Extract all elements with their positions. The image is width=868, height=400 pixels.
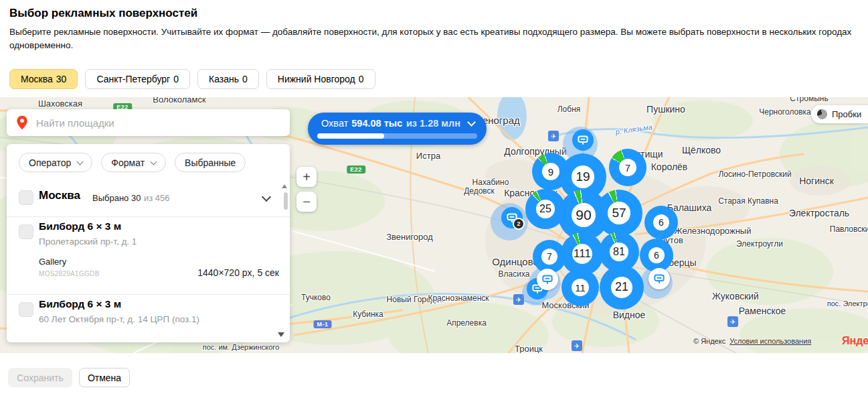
item-checkbox[interactable] <box>19 224 33 239</box>
map-label: Апрелевка <box>446 318 487 328</box>
tab-kazan[interactable]: Казань 0 <box>197 69 259 89</box>
map-cluster[interactable]: 7 <box>609 149 646 186</box>
map-cluster[interactable]: 11 <box>561 269 599 306</box>
map-label: Волоколамск <box>153 97 205 105</box>
map-label: Жуковский <box>712 291 759 302</box>
road-badge: М-1 <box>314 320 332 328</box>
copyright-text: © Яндекс <box>693 337 725 345</box>
filter-operator[interactable]: Оператор <box>19 153 92 172</box>
save-button[interactable]: Сохранить <box>8 368 72 387</box>
search-input[interactable] <box>35 117 290 129</box>
item-operator: Gallery <box>39 257 66 267</box>
map-cluster[interactable]: 6 <box>640 239 673 272</box>
item-title: Билборд 6 × 3 м <box>39 220 121 232</box>
map-label: Кубинка <box>353 310 383 319</box>
filter-label: Оператор <box>29 157 71 168</box>
billboard-icon <box>576 133 590 147</box>
map-label: Дедовск <box>464 186 495 196</box>
billboard-marker[interactable] <box>572 129 594 151</box>
reach-progress-track <box>317 133 477 139</box>
map-cluster[interactable]: 57 <box>596 190 642 237</box>
search-box <box>7 109 290 136</box>
surface-list-item[interactable]: Билборд 6 × 3 м Пролетарский пр-т, д. 1 … <box>7 216 290 295</box>
map-label: Железнодорожный <box>675 226 752 236</box>
group-total-count: из 456 <box>144 193 170 203</box>
item-address: Пролетарский пр-т, д. 1 <box>39 237 137 247</box>
billboard-marker[interactable] <box>537 269 558 290</box>
map-zoom-out-button[interactable]: − <box>296 192 317 212</box>
reach-progress-fill <box>317 133 384 139</box>
scrollbar-up-arrow[interactable] <box>282 184 287 188</box>
map-label: Щёлково <box>682 145 721 155</box>
tab-label: Казань <box>209 74 239 84</box>
billboard-marker[interactable]: 2 <box>501 207 523 228</box>
cluster-count: 111 <box>572 244 593 265</box>
tab-count: 0 <box>242 74 248 84</box>
filter-format[interactable]: Формат <box>101 153 166 172</box>
cancel-button[interactable]: Отмена <box>79 368 130 387</box>
tab-moscow[interactable]: Москва 30 <box>9 69 78 89</box>
map-label: Ногинск <box>799 176 834 186</box>
cluster-count: 90 <box>572 203 596 227</box>
group-city-name: Москва <box>39 189 80 202</box>
map-cluster[interactable]: 21 <box>600 265 644 310</box>
traffic-toggle[interactable]: Пробки <box>811 105 868 123</box>
map-label: Павловский Посад <box>830 224 868 234</box>
cluster-count: 7 <box>619 159 637 177</box>
tab-count: 0 <box>359 74 364 84</box>
tab-nizhny-novgorod[interactable]: Нижний Новгород 0 <box>266 69 375 89</box>
scroll-down-arrow[interactable] <box>278 332 284 337</box>
map-label: Пушкино <box>646 104 685 115</box>
cluster-count: 9 <box>542 163 560 181</box>
airport-icon: ✈ <box>572 340 582 351</box>
item-address: 60 Лет Октября пр-т, д. 14 ЦРП (поз.1) <box>39 314 199 324</box>
filter-label: Формат <box>111 157 145 168</box>
cluster-count: 57 <box>608 202 630 224</box>
chevron-down-icon[interactable] <box>262 192 271 202</box>
billboard-marker[interactable] <box>648 268 670 289</box>
map-label: Троицк <box>515 344 543 354</box>
map-label: Краснознаменск <box>428 293 489 303</box>
filter-chips: Оператор Формат Выбранные <box>7 144 290 172</box>
city-tabs: Москва 30 Санкт-Петербург 0 Казань 0 Ниж… <box>9 69 375 89</box>
group-checkbox[interactable] <box>19 190 33 205</box>
page-title: Выбор рекламных поверхностей <box>9 7 197 20</box>
map-label: Видное <box>613 310 646 320</box>
chevron-down-icon <box>467 118 476 127</box>
map-label: Тучково <box>301 293 331 302</box>
cluster-count: 25 <box>536 200 555 219</box>
map-label: Шаховская <box>38 98 82 109</box>
map-label: Власиха <box>499 269 530 279</box>
yandex-logo: Янде <box>842 335 868 347</box>
road-badge: Е22 <box>347 165 365 174</box>
cluster-count: 21 <box>611 277 632 298</box>
surface-list-item[interactable]: Билборд 6 × 3 м 60 Лет Октября пр-т, д. … <box>7 294 290 342</box>
item-checkbox[interactable] <box>19 302 33 317</box>
chevron-down-icon <box>151 158 157 165</box>
marker-count-badge: 2 <box>513 218 525 230</box>
map-label: Нахабино <box>472 178 509 187</box>
ad-surfaces-page: Выбор рекламных поверхностей Выберите ре… <box>0 0 868 400</box>
scrollbar-thumb[interactable] <box>284 192 288 210</box>
reach-badge[interactable]: Охват 594.08 тыс из 1.28 млн <box>308 113 487 145</box>
tab-saint-petersburg[interactable]: Санкт-Петербург 0 <box>85 69 190 89</box>
cluster-count: 7 <box>541 249 557 265</box>
map-label: Лобня <box>557 105 581 114</box>
map-label: Одинцово <box>492 256 539 267</box>
billboard-icon <box>653 272 666 285</box>
page-description: Выберите рекламные поверхности. Учитывай… <box>9 25 865 53</box>
map-label: Электросталь <box>789 208 849 218</box>
map-zoom-in-button[interactable]: + <box>296 167 317 187</box>
reach-value: 594.08 тыс <box>351 118 402 129</box>
map-label: Истра <box>416 151 440 161</box>
map-label: Лосино-Петровский <box>718 170 791 179</box>
map-label: Раменское <box>739 306 786 316</box>
map-label: Черноголовка <box>759 107 811 117</box>
terms-link[interactable]: Условия использования <box>729 337 811 345</box>
map-cluster[interactable]: 6 <box>644 206 678 239</box>
map-label: Электроугли <box>736 239 783 249</box>
filter-selected[interactable]: Выбранные <box>175 153 246 172</box>
city-group-row: Москва Выбрано 30 из 456 <box>7 179 290 217</box>
cluster-count: 11 <box>572 279 590 297</box>
map-label: Стромынь <box>790 97 828 103</box>
